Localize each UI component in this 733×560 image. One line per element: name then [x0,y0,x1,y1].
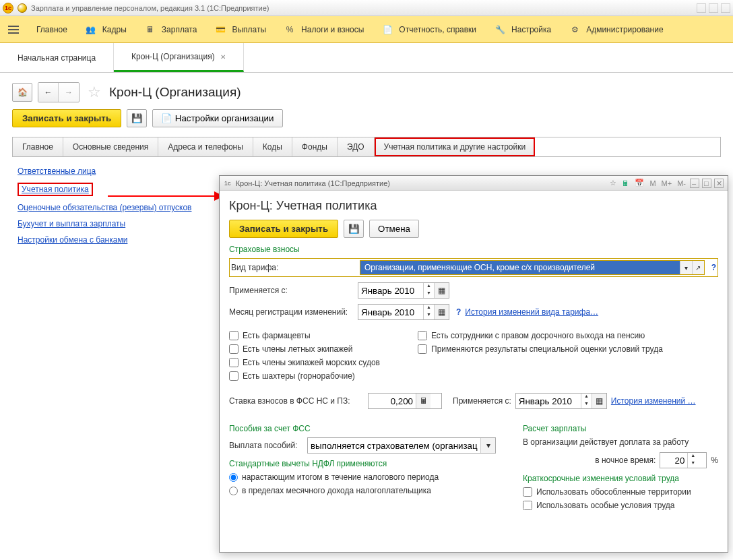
chk-pension[interactable] [418,331,427,340]
app-logo-icon: 1c [3,3,13,13]
mminus-button[interactable]: M- [676,179,687,187]
tariff-select[interactable]: Организации, применяющие ОСН, кроме с/х … [360,260,705,275]
menu-admin[interactable]: ⚙Администрирование [569,24,663,35]
chk-territories[interactable] [523,487,532,497]
menu-payments[interactable]: 💳Выплаты [214,24,266,35]
pay-field[interactable] [308,438,480,453]
spin-up-icon[interactable]: ▲ [424,283,434,290]
spin-up-icon[interactable]: ▲ [688,453,698,460]
menu-kadry[interactable]: 👥Кадры [85,24,127,35]
section-tabs: Главное Основные сведения Адреса и телеф… [12,137,721,157]
favorite-star-icon[interactable]: ☆ [88,84,101,101]
link-policy[interactable]: Учетная политика [22,185,89,194]
applies-month-input[interactable]: ▲▼ ▦ [358,282,449,299]
hamburger-icon[interactable] [8,26,19,34]
spin-up-icon[interactable]: ▲ [424,305,434,312]
st-main[interactable]: Главное [13,137,63,156]
close-icon[interactable]: ✕ [220,53,226,61]
dropdown-icon[interactable]: ▾ [480,438,495,453]
chk-miners[interactable] [229,371,238,381]
titlebar-icon[interactable] [697,3,706,13]
dropdown-icon[interactable]: ▾ [680,261,692,274]
tariff-value: Организации, применяющие ОСН, кроме с/х … [360,261,680,274]
modal-save-button[interactable]: 💾 [344,220,364,238]
calendar-button[interactable]: ▦ [592,394,606,408]
menu-salary[interactable]: 🖩Зарплата [144,24,197,35]
percent-icon: % [284,24,296,35]
tariff-history-link[interactable]: История изменений вида тарифа… [465,307,598,317]
ndfl-radio-cumulative[interactable] [229,473,238,482]
calc-button[interactable]: 🖩 [416,394,431,408]
salary-text2: в ночное время: [595,456,656,465]
menu-settings[interactable]: 🔧Настройка [494,24,551,35]
home-button[interactable]: 🏠 [12,83,32,102]
ndfl-r1-label: нарастающим итогом в течение налогового … [242,472,439,482]
mplus-button[interactable]: M+ [660,179,674,187]
pay-label: Выплата пособий: [229,441,303,450]
spin-down-icon[interactable]: ▼ [424,312,434,319]
spin-up-icon[interactable]: ▲ [581,394,592,401]
tab-org[interactable]: Крон-Ц (Организация)✕ [114,43,244,72]
ndfl-radio-monthly[interactable] [229,487,238,495]
maximize-icon[interactable]: □ [702,179,711,188]
fss-rate-input[interactable]: 🖩 [368,393,442,409]
m-button[interactable]: M [648,179,657,187]
st-edo[interactable]: ЭДО [338,137,375,156]
help-icon[interactable]: ? [456,307,461,317]
window-titlebar: 1c Зарплата и управление персоналом, ред… [0,0,733,16]
chk-special[interactable] [523,501,532,510]
chk-pharm[interactable] [229,331,238,340]
help-icon[interactable]: ? [711,263,716,272]
fss-rate-label: Ставка взносов в ФСС НС и ПЗ: [229,396,364,406]
modal-save-close-button[interactable]: Записать и закрыть [229,220,338,238]
link-responsible[interactable]: Ответственные лица [18,166,715,176]
minimize-icon[interactable]: – [690,179,699,188]
close-icon[interactable]: ✕ [714,179,724,188]
fss-rate-field[interactable] [369,394,416,408]
menu-taxes[interactable]: %Налоги и взносы [284,24,364,35]
chk-sout[interactable] [418,344,427,354]
spin-down-icon[interactable]: ▼ [688,460,698,468]
st-basic[interactable]: Основные сведения [63,137,158,156]
history-link[interactable]: История изменений … [611,396,696,406]
back-button[interactable]: ← [38,83,59,102]
calendar-button[interactable]: ▦ [434,305,449,319]
menu-reports[interactable]: 📄Отчетность, справки [381,24,476,35]
main-menu: Главное 👥Кадры 🖩Зарплата 💳Выплаты %Налог… [0,16,733,43]
regmonth-field[interactable] [358,305,423,319]
titlebar-icon[interactable] [721,3,730,13]
applies2-input[interactable]: ▲▼ ▦ [515,393,607,409]
menu-main[interactable]: Главное [36,25,67,34]
titlebar-icon[interactable] [709,3,718,13]
ndfl-r2-label: в пределах месячного дохода налогоплател… [242,486,431,495]
applies-month-field[interactable] [358,283,423,298]
st-codes[interactable]: Коды [253,137,292,156]
fav-icon[interactable]: ☆ [608,179,618,187]
group-ndfl: Стандартные вычеты НДФЛ применяются [229,459,496,468]
night-percent-input[interactable]: ▲▼ [660,452,707,468]
st-funds[interactable]: Фонды [292,137,338,156]
calendar-icon[interactable]: 📅 [633,179,645,187]
forward-button[interactable]: → [59,83,79,102]
chk-sea[interactable] [229,358,238,367]
save-close-button[interactable]: Записать и закрыть [12,109,121,127]
save-button[interactable]: 💾 [127,109,147,127]
spin-down-icon[interactable]: ▼ [424,290,434,298]
open-ext-icon[interactable]: ↗ [692,261,704,274]
percent-label: % [711,456,718,465]
calendar-button[interactable]: ▦ [434,283,449,298]
night-percent-field[interactable] [660,453,687,468]
page-header: 🏠 ← → ☆ Крон-Ц (Организация) [0,73,733,109]
st-policy[interactable]: Учетная политика и другие настройки [375,137,536,156]
tab-start[interactable]: Начальная страница [0,43,114,72]
applies2-field[interactable] [516,394,581,408]
st-address[interactable]: Адреса и телефоны [158,137,253,156]
spin-down-icon[interactable]: ▼ [581,401,592,408]
wrench-icon: 🔧 [494,24,506,35]
calc-icon[interactable]: 🖩 [620,179,631,187]
chk-flight[interactable] [229,344,238,354]
modal-cancel-button[interactable]: Отмена [369,220,419,238]
regmonth-input[interactable]: ▲▼ ▦ [358,304,449,320]
org-settings-button[interactable]: 📄 Настройки организации [152,109,282,127]
pay-select[interactable]: ▾ [307,437,496,454]
